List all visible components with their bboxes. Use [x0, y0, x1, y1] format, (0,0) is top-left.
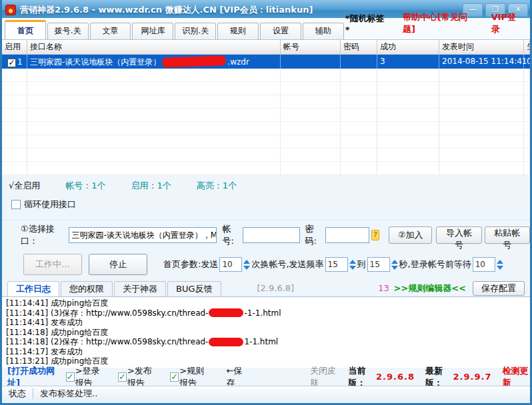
tab-bug-feedback[interactable]: BUG反馈 — [167, 281, 221, 296]
spinner-up-icon[interactable] — [243, 260, 250, 264]
password-input[interactable] — [325, 227, 369, 243]
current-version-value: 2.9.6.8 — [376, 372, 415, 382]
col-fail[interactable]: 失 — [524, 40, 530, 54]
spinner-down-icon[interactable] — [391, 266, 398, 270]
tab-settings[interactable]: 设置 — [260, 23, 301, 39]
freq-from-stepper[interactable] — [325, 257, 356, 272]
freq-from-input[interactable] — [325, 257, 348, 272]
empty-row — [2, 149, 530, 162]
col-post-time[interactable]: 发表时间 — [439, 40, 524, 54]
status-text: 发布标签处理.. — [40, 388, 97, 400]
tab-recognize[interactable]: 识别.关 — [175, 23, 216, 39]
empty-row — [2, 122, 530, 135]
log-line: [11:14:41] 成功ping给百度 — [6, 298, 530, 308]
divider — [2, 220, 530, 221]
rule-editor-link[interactable]: >>规则编辑器<< — [393, 280, 466, 296]
col-success[interactable]: 成功 — [377, 40, 439, 54]
table-header: 启用 接口名称 帐号 密码 成功 发表时间 失 — [2, 40, 530, 55]
log-line: [11:14:41] (3)保存：http://www.0598sky.cn/t… — [6, 308, 530, 318]
empty-row — [2, 162, 530, 175]
log-line: [11:14:18] 成功ping给百度 — [6, 328, 530, 338]
row-success: 3 — [377, 55, 439, 69]
switch-account-label: 次换帐号,发送频率 — [251, 258, 323, 270]
add-button[interactable]: ②加入 — [389, 226, 432, 244]
tab-article[interactable]: 文章 — [90, 23, 131, 39]
spinner-up-icon[interactable] — [391, 260, 398, 264]
wait-input[interactable] — [473, 257, 495, 272]
home-param-label: 首页参数:发送 — [163, 258, 218, 270]
send-count-input[interactable] — [219, 257, 242, 272]
col-account[interactable]: 帐号 — [281, 40, 341, 54]
table-row[interactable]: ✓1 三明家园-谈天说地板块（内置登录）.wzdr 3 2014-08-15 1… — [2, 55, 530, 69]
redaction-scribble — [209, 308, 243, 317]
tab-about[interactable]: 关于神器 — [114, 281, 166, 296]
tab-your-permissions[interactable]: 您的权限 — [61, 281, 113, 296]
send-count-stepper[interactable] — [219, 257, 250, 272]
window-title: 营销神器2.9.6.8 - www.wzdr.cn 微赚达人.CN [VIP会员… — [20, 4, 313, 16]
tab-assist[interactable]: 辅助 — [303, 23, 344, 39]
redaction-scribble — [162, 55, 226, 67]
spinner-up-icon[interactable] — [349, 260, 356, 264]
wait-stepper[interactable] — [473, 257, 503, 272]
log-tab-bar: 工作日志 您的权限 关于神器 BUG反馈 [2.9.6.8] 13 >>规则编辑… — [2, 280, 530, 297]
password-label: 密码: — [305, 223, 323, 247]
version-badge: [2.9.6.8] — [257, 280, 295, 296]
checkbox-checked-icon[interactable]: ✓ — [66, 372, 75, 382]
enabled-count: 启用：1个 — [131, 180, 171, 192]
account-label: 帐号: — [222, 223, 240, 247]
status-label: 状态 — [9, 388, 26, 400]
spinner-down-icon[interactable] — [349, 266, 356, 270]
checkbox-checked-icon[interactable]: ✓ — [170, 372, 179, 382]
empty-row — [2, 82, 530, 95]
redaction-scribble — [209, 338, 243, 346]
log-line: [11:14:18] (2)保存：http://www.0598sky.cn/t… — [6, 337, 530, 347]
working-button: 工作中… — [23, 254, 82, 275]
freq-to-stepper[interactable] — [367, 257, 398, 272]
col-password[interactable]: 密码 — [341, 40, 377, 54]
spinner-up-icon[interactable] — [497, 260, 503, 264]
row-fail: 0 — [524, 55, 532, 69]
import-accounts-button[interactable]: 导入帐号 — [436, 226, 481, 244]
enable-all-toggle[interactable]: √全启用 — [9, 180, 40, 192]
spinner-down-icon[interactable] — [497, 266, 503, 270]
work-log-output[interactable]: [11:14:41] 成功ping给百度 [11:14:41] (3)保存：ht… — [2, 297, 530, 368]
col-interface-name[interactable]: 接口名称 — [27, 40, 281, 54]
help-question-icon[interactable]: ? — [371, 230, 380, 240]
checkbox-checked-icon[interactable]: ✓ — [118, 372, 127, 382]
paste-accounts-button[interactable]: 粘贴帐号 — [485, 226, 530, 244]
checkbox-icon[interactable] — [11, 200, 21, 209]
app-window: 营销神器2.9.6.8 - www.wzdr.cn 微赚达人.CN [VIP会员… — [0, 0, 532, 405]
tab-work-log[interactable]: 工作日志 — [7, 281, 59, 296]
accounts-count: 帐号：1个 — [65, 180, 105, 192]
row-account — [281, 55, 341, 69]
tab-dial[interactable]: 拨号.关 — [47, 23, 89, 39]
log-line: [11:14:17] 发布成功 — [6, 347, 530, 357]
main-tab-bar: 首页 拨号.关 文章 网址库 识别.关 规则 设置 辅助 *随机标签* 帮助中心… — [2, 18, 530, 40]
vip-login-link[interactable]: VIP登录 — [491, 11, 522, 35]
tab-home[interactable]: 首页 — [5, 20, 46, 39]
count-badge: 13 — [378, 280, 389, 296]
save-config-button[interactable]: 保存配置 — [473, 281, 525, 296]
help-center-link[interactable]: 帮助中心[常见问题] — [403, 11, 474, 35]
highlight-count: 高亮：1个 — [197, 180, 237, 192]
freq-to-input[interactable] — [367, 257, 390, 272]
interface-dropdown-value: 三明家园-谈天说地板块（内置登录），MR、 — [71, 230, 217, 241]
loop-interface-checkbox[interactable]: 循环使用接口 — [11, 199, 76, 210]
select-interface-label: ①选择接口： — [21, 223, 66, 247]
account-input[interactable] — [243, 227, 300, 243]
spinner-down-icon[interactable] — [243, 266, 250, 270]
tab-rules[interactable]: 规则 — [217, 23, 259, 39]
random-tag-label: *随机标签* — [345, 13, 385, 35]
row-checkbox[interactable]: ✓ — [7, 59, 16, 67]
empty-row — [2, 109, 530, 122]
col-enable[interactable]: 启用 — [2, 40, 27, 54]
row-post-time: 2014-08-15 11:14:41 — [439, 55, 524, 69]
row-interface-name: 三明家园-谈天说地板块（内置登录） — [30, 55, 161, 69]
latest-version-value: 2.9.9.7 — [453, 372, 492, 382]
interface-dropdown[interactable]: 三明家园-谈天说地板块（内置登录），MR、 ▼ — [69, 227, 217, 243]
tab-url-library[interactable]: 网址库 — [132, 23, 173, 39]
empty-row — [2, 95, 530, 109]
wait-label: 秒,登录帐号前等待 — [399, 258, 471, 270]
stop-button[interactable]: 停止 — [89, 254, 147, 275]
loop-interface-label: 循环使用接口 — [24, 199, 76, 210]
